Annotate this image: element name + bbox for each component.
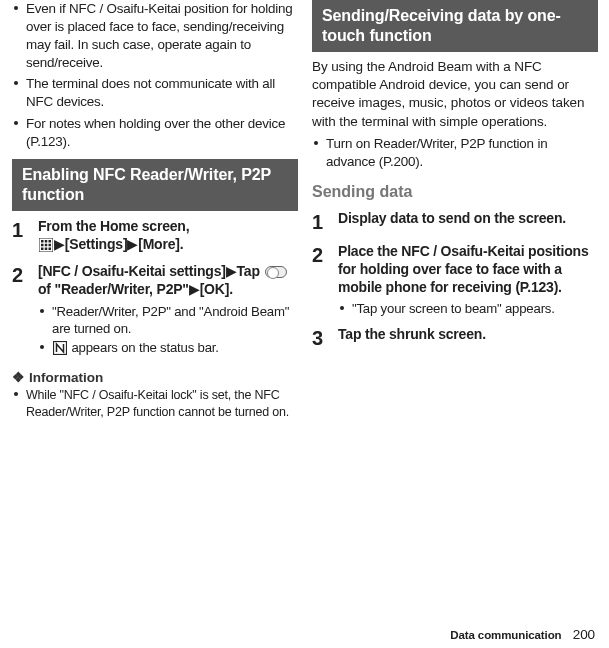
sub-bullet-text: appears on the status bar. <box>68 340 219 355</box>
svg-rect-2 <box>45 240 48 243</box>
step-number: 2 <box>12 262 38 289</box>
step-number: 1 <box>12 217 38 244</box>
step-1: 1 Display data to send on the screen. <box>312 209 598 236</box>
step-sub: "Tap your screen to beam" appears. <box>338 300 598 317</box>
svg-rect-4 <box>41 244 44 247</box>
intro-text: By using the Android Beam with a NFC com… <box>312 58 598 131</box>
step-body: Place the NFC / Osaifu-Keitai positions … <box>338 242 598 320</box>
step-2: 2 Place the NFC / Osaifu-Keitai position… <box>312 242 598 320</box>
step-text: Place the NFC / Osaifu-Keitai positions … <box>338 243 588 295</box>
apps-grid-icon <box>39 238 53 256</box>
step-2: 2 [NFC / Osaifu-Keitai settings]▶Tap of … <box>12 262 298 361</box>
sub-heading-sending-data: Sending data <box>312 181 598 203</box>
right-column: Sending/Receiving data by one-touch func… <box>312 0 598 424</box>
svg-rect-1 <box>41 240 44 243</box>
steps-list: 1 From the Home screen, ▶[Settings]▶[Mor… <box>12 217 298 361</box>
step-text: From the Home screen, <box>38 218 189 234</box>
footer-section: Data communication <box>450 629 561 641</box>
section-header-send-receive: Sending/Receiving data by one-touch func… <box>312 0 598 52</box>
step-text: [OK]. <box>200 281 233 297</box>
bullet-item: Turn on Reader/Writer, P2P function in a… <box>312 135 598 171</box>
toggle-switch-icon <box>265 266 287 278</box>
sub-bullet: appears on the status bar. <box>38 339 298 359</box>
step-1: 1 From the Home screen, ▶[Settings]▶[Mor… <box>12 217 298 256</box>
left-column: Even if NFC / Osaifu-Keitai position for… <box>12 0 298 424</box>
step-body: Display data to send on the screen. <box>338 209 598 227</box>
step-number: 1 <box>312 209 338 236</box>
info-item: While "NFC / Osaifu-Keitai lock" is set,… <box>12 387 298 421</box>
step-body: [NFC / Osaifu-Keitai settings]▶Tap of "R… <box>38 262 298 361</box>
step-text: [NFC / Osaifu-Keitai settings] <box>38 263 226 279</box>
svg-rect-5 <box>45 244 48 247</box>
svg-rect-8 <box>45 247 48 250</box>
step-text: [Settings] <box>65 236 128 252</box>
svg-rect-6 <box>49 244 52 247</box>
sub-bullet: "Reader/Writer, P2P" and "Android Beam" … <box>38 303 298 337</box>
information-heading: Information <box>12 369 298 387</box>
bullet-item: The terminal does not communicate with a… <box>12 75 298 111</box>
page-footer: Data communication 200 <box>450 626 595 644</box>
bullet-item: For notes when holding over the other de… <box>12 115 298 151</box>
step-body: Tap the shrunk screen. <box>338 325 598 343</box>
step-body: From the Home screen, ▶[Settings]▶[More]… <box>38 217 298 256</box>
steps-list: 1 Display data to send on the screen. 2 … <box>312 209 598 353</box>
arrow-icon: ▶ <box>127 236 138 252</box>
step-sub: "Reader/Writer, P2P" and "Android Beam" … <box>38 303 298 359</box>
arrow-icon: ▶ <box>54 236 65 252</box>
step-text: Tap <box>237 263 260 279</box>
nfc-n-icon <box>53 341 67 359</box>
svg-rect-9 <box>49 247 52 250</box>
page-number: 200 <box>573 627 595 642</box>
arrow-icon: ▶ <box>226 263 237 279</box>
step-number: 2 <box>312 242 338 269</box>
arrow-icon: ▶ <box>189 281 200 297</box>
step-text: of "Reader/Writer, P2P" <box>38 281 189 297</box>
information-body: While "NFC / Osaifu-Keitai lock" is set,… <box>12 387 298 421</box>
svg-rect-3 <box>49 240 52 243</box>
step-text: [More]. <box>138 236 183 252</box>
bullet-item: Even if NFC / Osaifu-Keitai position for… <box>12 0 298 72</box>
intro-bullet-list: Turn on Reader/Writer, P2P function in a… <box>312 135 598 171</box>
step-3: 3 Tap the shrunk screen. <box>312 325 598 352</box>
svg-rect-7 <box>41 247 44 250</box>
step-number: 3 <box>312 325 338 352</box>
sub-bullet: "Tap your screen to beam" appears. <box>338 300 598 317</box>
intro-bullet-list: Even if NFC / Osaifu-Keitai position for… <box>12 0 298 151</box>
section-header-enable-nfc: Enabling NFC Reader/Writer, P2P function <box>12 159 298 211</box>
